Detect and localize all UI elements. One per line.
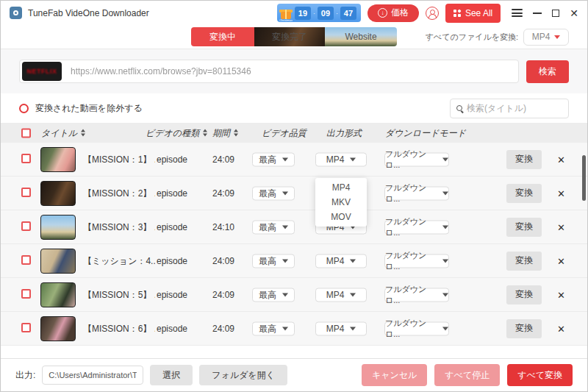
titlebar-actions: Christmas 19 · 09 · 47 ↓ 価格 See All xyxy=(277,4,578,23)
row-checkbox[interactable] xyxy=(21,154,31,163)
convert-button[interactable]: 変換 xyxy=(506,150,542,169)
remove-icon[interactable]: ✕ xyxy=(557,221,565,232)
countdown-minutes: 09 xyxy=(318,7,334,20)
exclude-converted-label: 変換された動画を除外する xyxy=(35,102,143,115)
tabs-row: 変換中 変換完了 Website すべてのファイルを変換: MP4 xyxy=(1,25,587,49)
stop-all-button[interactable]: すべて停止 xyxy=(434,364,500,386)
remove-icon[interactable]: ✕ xyxy=(557,154,565,165)
cancel-button[interactable]: キャンセル xyxy=(362,364,427,386)
header-quality: ビデオ品質 xyxy=(262,126,306,139)
scrollbar-thumb[interactable] xyxy=(582,155,586,201)
window-title: TuneFab VideOne Downloader xyxy=(28,8,149,18)
header-title[interactable]: タイトル xyxy=(41,126,85,139)
exclude-converted-toggle[interactable] xyxy=(19,104,29,113)
price-button[interactable]: ↓ 価格 xyxy=(368,4,419,22)
convert-button[interactable]: 変換 xyxy=(506,285,542,304)
header-format: 出力形式 xyxy=(326,126,362,139)
tab-website[interactable]: Website xyxy=(325,27,397,46)
convert-button[interactable]: 変換 xyxy=(506,252,542,271)
convert-button[interactable]: 変換 xyxy=(506,319,542,338)
row-checkbox[interactable] xyxy=(21,323,31,332)
video-title: 【MISSION：6】 ... xyxy=(83,322,155,335)
global-format-select[interactable]: MP4 xyxy=(523,29,569,46)
video-duration: 24:09 xyxy=(212,290,234,300)
titlebar: TuneFab VideOne Downloader Christmas 19 … xyxy=(1,1,587,25)
video-title: 【MISSION：1】 ... xyxy=(83,153,155,165)
chevron-down-icon xyxy=(350,293,356,296)
open-folder-button[interactable]: フォルダを開く xyxy=(199,365,287,385)
remove-icon[interactable]: ✕ xyxy=(557,188,565,199)
filter-row: 変換された動画を除外する xyxy=(1,93,587,123)
promo-countdown[interactable]: Christmas 19 · 09 · 47 xyxy=(277,4,361,22)
video-thumbnail xyxy=(40,316,76,341)
user-account-icon[interactable] xyxy=(426,7,439,20)
remove-icon[interactable]: ✕ xyxy=(557,255,565,266)
chevron-down-icon xyxy=(282,225,288,229)
row-checkbox[interactable] xyxy=(21,188,31,197)
quality-select[interactable]: 最高 xyxy=(252,152,295,166)
convert-button[interactable]: 変換 xyxy=(506,184,542,203)
mode-select[interactable]: フルダウンロ... xyxy=(384,186,449,200)
format-select[interactable]: MP4 xyxy=(315,321,367,335)
mode-select[interactable]: フルダウンロ... xyxy=(384,321,449,335)
convert-button[interactable]: 変換 xyxy=(506,218,542,237)
convert-all-format: すべてのファイルを変換: MP4 xyxy=(426,29,569,46)
grid-icon xyxy=(453,10,461,17)
format-option[interactable]: MKV xyxy=(315,195,367,210)
select-all-checkbox[interactable] xyxy=(21,128,31,138)
quality-select[interactable]: 最高 xyxy=(252,288,295,302)
convert-all-button[interactable]: すべて変換 xyxy=(507,364,573,386)
format-option[interactable]: MOV xyxy=(315,210,367,224)
format-select[interactable]: MP4 xyxy=(315,288,367,302)
gift-icon: Christmas xyxy=(279,7,293,20)
sort-icon xyxy=(234,129,238,137)
quality-select[interactable]: 最高 xyxy=(252,321,295,335)
quality-select[interactable]: 最高 xyxy=(252,186,295,200)
mode-select[interactable]: フルダウンロ... xyxy=(384,152,449,166)
format-option[interactable]: MP4 xyxy=(315,180,367,195)
tab-group: 変換中 変換完了 Website xyxy=(191,27,397,46)
header-type[interactable]: ビデオの種類 xyxy=(146,126,207,139)
quality-select[interactable]: 最高 xyxy=(252,254,295,268)
title-search-box[interactable] xyxy=(450,99,569,118)
url-text: https://www.netflix.com/browse?jbv=80115… xyxy=(71,66,251,76)
format-select[interactable]: MP4 xyxy=(315,152,367,166)
remove-icon[interactable]: ✕ xyxy=(557,289,565,300)
remove-icon[interactable]: ✕ xyxy=(557,323,565,334)
mode-select[interactable]: フルダウンロ... xyxy=(384,254,449,268)
minimize-icon[interactable] xyxy=(533,13,542,14)
sort-icon xyxy=(81,129,85,137)
see-all-button[interactable]: See All xyxy=(445,4,501,23)
url-input[interactable]: NETFLIX https://www.netflix.com/browse?j… xyxy=(19,60,519,83)
tab-converted[interactable]: 変換完了 xyxy=(254,27,325,46)
video-duration: 24:09 xyxy=(212,324,234,334)
video-thumbnail xyxy=(40,181,76,206)
video-type: episode xyxy=(157,290,187,300)
countdown-hours: 19 xyxy=(295,7,311,20)
row-checkbox[interactable] xyxy=(21,221,31,231)
video-type: episode xyxy=(157,154,187,165)
output-path-input[interactable] xyxy=(42,366,143,385)
table-row: 【MISSION：6】 ... episode 24:09 最高 MP4 フルダ… xyxy=(1,312,587,346)
format-select[interactable]: MP4 xyxy=(315,254,367,268)
row-checkbox[interactable] xyxy=(21,289,31,299)
mode-select[interactable]: フルダウンロ... xyxy=(384,288,449,302)
select-folder-button[interactable]: 選択 xyxy=(150,365,193,385)
header-duration[interactable]: 期間 xyxy=(212,126,238,139)
video-type: episode xyxy=(157,222,187,232)
url-search-button[interactable]: 検索 xyxy=(526,60,569,83)
app-logo-icon xyxy=(10,7,22,19)
sort-icon xyxy=(203,129,207,137)
title-search-input[interactable] xyxy=(467,103,562,113)
chevron-down-icon xyxy=(282,191,288,195)
maximize-icon[interactable] xyxy=(552,10,559,17)
close-icon[interactable]: ✕ xyxy=(570,8,578,18)
video-duration: 24:09 xyxy=(212,256,234,266)
menu-icon[interactable] xyxy=(512,9,523,17)
tab-converting[interactable]: 変換中 xyxy=(191,27,254,46)
row-checkbox[interactable] xyxy=(21,255,31,265)
quality-select[interactable]: 最高 xyxy=(252,220,295,234)
chevron-down-icon xyxy=(442,191,448,195)
mode-select[interactable]: フルダウンロ... xyxy=(384,220,449,234)
chevron-down-icon xyxy=(554,35,560,39)
